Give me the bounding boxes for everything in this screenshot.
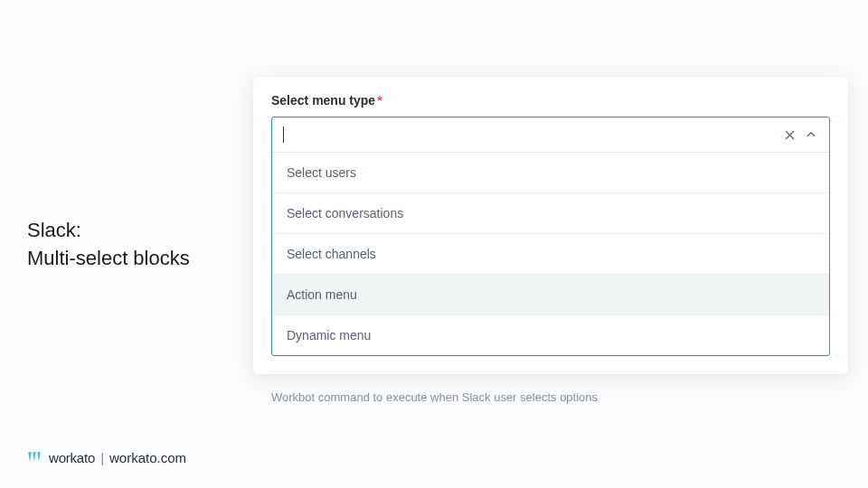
text-cursor — [283, 127, 284, 143]
field-label: Select menu type* — [271, 93, 830, 108]
slide-title: Slack: Multi-select blocks — [27, 217, 190, 273]
option-action-menu[interactable]: Action menu — [272, 275, 829, 315]
select-menu-type-panel: Select menu type* Select users Select co… — [253, 77, 848, 374]
workato-logo-icon — [25, 448, 43, 466]
clear-icon[interactable] — [782, 127, 797, 142]
option-select-channels[interactable]: Select channels — [272, 234, 829, 275]
option-select-conversations[interactable]: Select conversations — [272, 193, 829, 234]
combobox-options: Select users Select conversations Select… — [272, 152, 829, 355]
footer-divider: | — [100, 450, 104, 465]
required-indicator: * — [377, 93, 382, 108]
slide-title-line2: Multi-select blocks — [27, 245, 190, 273]
slide-title-line1: Slack: — [27, 217, 190, 245]
combobox-input-row — [272, 117, 829, 152]
menu-type-combobox[interactable]: Select users Select conversations Select… — [271, 117, 830, 356]
menu-type-input[interactable] — [291, 127, 775, 143]
field-label-text: Select menu type — [271, 93, 375, 108]
caret-up-icon[interactable] — [804, 127, 818, 142]
option-dynamic-menu[interactable]: Dynamic menu — [272, 315, 829, 355]
brand-domain: workato.com — [109, 450, 186, 465]
brand-name: workato — [49, 450, 95, 465]
option-select-users[interactable]: Select users — [272, 153, 829, 193]
footer: workato | workato.com — [25, 448, 186, 466]
field-hint: Workbot command to execute when Slack us… — [271, 390, 598, 404]
